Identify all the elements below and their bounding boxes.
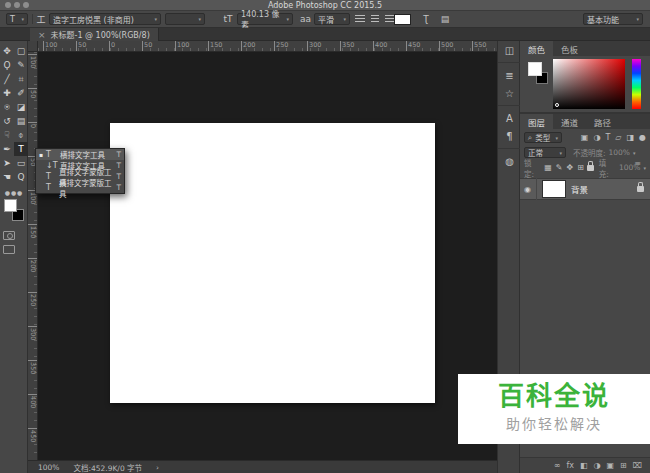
align-center-button[interactable] — [371, 15, 379, 24]
crop-tool[interactable]: ⌗ — [14, 72, 28, 86]
panel-tab[interactable]: 通道 — [553, 114, 586, 129]
adjustment-layer-icon[interactable]: ◑ — [594, 461, 601, 470]
dodge-tool[interactable]: ⌽ — [14, 128, 28, 142]
align-left-button[interactable] — [355, 15, 365, 24]
paragraph-panel-icon[interactable]: ¶ — [498, 127, 521, 145]
text-color-swatch[interactable] — [394, 14, 411, 25]
lock-position-icon[interactable]: ✥ — [567, 163, 574, 172]
3d-panel-icon[interactable]: ◍ — [498, 152, 521, 170]
filter-type-layers-icon[interactable]: T — [605, 133, 610, 142]
new-layer-icon[interactable]: ⊞ — [620, 461, 627, 470]
filter-shape-layers-icon[interactable]: ▱ — [615, 133, 621, 142]
foreground-color-swatch[interactable] — [528, 62, 542, 76]
type-tool-menu-item[interactable]: ▪ T 横排文字蒙版工具 T — [36, 182, 124, 193]
rectangular-marquee-tool[interactable]: ▢ — [14, 44, 28, 58]
tool-preset-picker[interactable]: T ▾ — [6, 13, 28, 25]
link-layers-icon[interactable]: ∞ — [554, 461, 561, 470]
ruler-corner — [28, 41, 38, 52]
layer-mask-icon[interactable]: ◧ — [580, 461, 588, 470]
chevron-down-icon: ▾ — [555, 135, 558, 141]
text-align-group — [355, 13, 394, 25]
type-tool-menu-item[interactable]: ▪ T 横排文字工具 T — [36, 149, 124, 160]
hand-tool[interactable]: ☚ — [0, 170, 14, 184]
canvas[interactable] — [110, 123, 435, 403]
move-tool[interactable]: ✥ — [0, 44, 14, 58]
adjustments-panel-icon[interactable]: ◫ — [498, 41, 521, 59]
delete-layer-icon[interactable]: ⌧ — [633, 461, 642, 470]
toggle-text-orientation-icon[interactable]: 工 — [35, 13, 47, 25]
brush-tool[interactable]: ✐ — [14, 86, 28, 100]
layer-name: 背景 — [571, 183, 632, 195]
font-family-select[interactable]: 造字工房悦黑 (非商用) ▾ — [49, 13, 161, 25]
lock-transparency-icon[interactable]: ▦ — [544, 163, 552, 172]
workspace-select[interactable]: 基本功能 ▾ — [583, 13, 643, 25]
align-right-button[interactable] — [385, 15, 394, 24]
rectangle-tool[interactable]: ▭ — [14, 156, 28, 170]
layer-row-background[interactable]: ◉ 背景 — [520, 178, 650, 200]
ruler-label: 50 — [142, 41, 175, 52]
screen-mode-icon[interactable] — [3, 245, 15, 254]
eyedropper-tool[interactable]: ╱ — [0, 72, 14, 86]
properties-panel-icon[interactable]: ≣ — [498, 66, 521, 84]
filter-toggle-icon[interactable]: ● — [639, 133, 646, 142]
filter-smart-objects-icon[interactable]: ◨ — [626, 133, 634, 142]
lock-all-icon[interactable] — [587, 165, 594, 171]
clone-stamp-tool[interactable]: ⍟ — [0, 100, 14, 114]
new-group-icon[interactable]: ▣ — [607, 461, 615, 470]
lock-paint-icon[interactable]: ✎ — [556, 163, 563, 172]
history-brush-tool[interactable]: ↺ — [0, 114, 14, 128]
spot-healing-brush-tool[interactable]: ✚ — [0, 86, 14, 100]
panel-tab[interactable]: 图层 — [520, 114, 553, 129]
window-close-button[interactable] — [5, 2, 11, 8]
edit-toolbar-icon[interactable]: ●●● — [0, 189, 28, 196]
gradient-tool[interactable]: ▤ — [14, 114, 28, 128]
hue-slider[interactable] — [632, 59, 641, 109]
font-style-select[interactable]: ▾ — [165, 13, 205, 25]
window-minimize-button[interactable] — [14, 2, 20, 8]
pen-tool[interactable]: ✒ — [0, 142, 14, 156]
vertical-ruler[interactable]: 10050050100150200250300350400450 — [28, 52, 38, 460]
saturation-brightness-picker[interactable] — [553, 59, 625, 109]
layer-effects-icon[interactable]: fx — [566, 461, 574, 470]
quick-selection-tool[interactable]: ✎ — [14, 58, 28, 72]
panel-tab[interactable]: 路径 — [586, 114, 619, 129]
lasso-tool[interactable]: Ϙ — [0, 58, 14, 72]
character-panel-icon[interactable]: A — [498, 109, 521, 127]
foreground-color-swatch[interactable] — [4, 199, 17, 212]
layer-filter-icons: ▣◑T▱◨● — [581, 133, 646, 142]
filter-pixel-layers-icon[interactable]: ▣ — [581, 133, 589, 142]
horizontal-type-tool[interactable]: T — [14, 142, 28, 156]
anti-alias-icon: aa — [299, 13, 312, 25]
horizontal-ruler[interactable]: 1005005010015020025030035040045050055060… — [38, 41, 497, 52]
layer-thumbnail[interactable] — [542, 180, 566, 198]
workspace-value: 基本功能 — [587, 14, 619, 25]
lock-artboard-icon[interactable]: ⊞ — [577, 163, 584, 172]
document-tab[interactable]: × 未标题-1 @ 100%(RGB/8) — [30, 28, 159, 41]
status-menu-arrow-icon[interactable]: › — [156, 463, 159, 472]
fill-value[interactable]: 100% — [619, 163, 640, 172]
path-selection-tool[interactable]: ➤ — [0, 156, 14, 170]
panel-tab[interactable]: 颜色 — [520, 41, 553, 56]
layers-panel-tabs: 图层通道路径 — [520, 114, 650, 129]
font-size-select[interactable]: 140.13 像素 ▾ — [237, 13, 293, 25]
visibility-eye-icon[interactable]: ◉ — [524, 185, 531, 194]
ruler-label: 200 — [241, 41, 274, 52]
smudge-tool[interactable]: ☟ — [0, 128, 14, 142]
warp-text-icon[interactable]: Ʈ — [420, 13, 432, 25]
filter-adjustment-layers-icon[interactable]: ◑ — [593, 133, 600, 142]
document-tab-label: 未标题-1 @ 100%(RGB/8) — [51, 29, 150, 40]
color-picker-marker[interactable] — [555, 103, 559, 107]
window-title: Adobe Photoshop CC 2015.5 — [0, 0, 650, 11]
type-tool-icon: T — [46, 172, 56, 181]
eraser-tool[interactable]: ◪ — [14, 100, 28, 114]
layer-filter-select[interactable]: ⌕ 类型 ▾ — [524, 132, 562, 143]
window-zoom-button[interactable] — [23, 2, 29, 8]
anti-alias-select[interactable]: 平滑 ▾ — [314, 13, 350, 25]
toggle-panels-icon[interactable]: ▤ — [439, 13, 451, 25]
quick-mask-icon[interactable] — [3, 231, 15, 240]
zoom-tool[interactable]: Q — [14, 170, 28, 184]
close-tab-icon[interactable]: × — [38, 30, 46, 40]
libraries-panel-icon[interactable]: ☆ — [498, 84, 521, 102]
zoom-level[interactable]: 100% — [38, 463, 59, 472]
panel-tab[interactable]: 色板 — [553, 41, 586, 56]
